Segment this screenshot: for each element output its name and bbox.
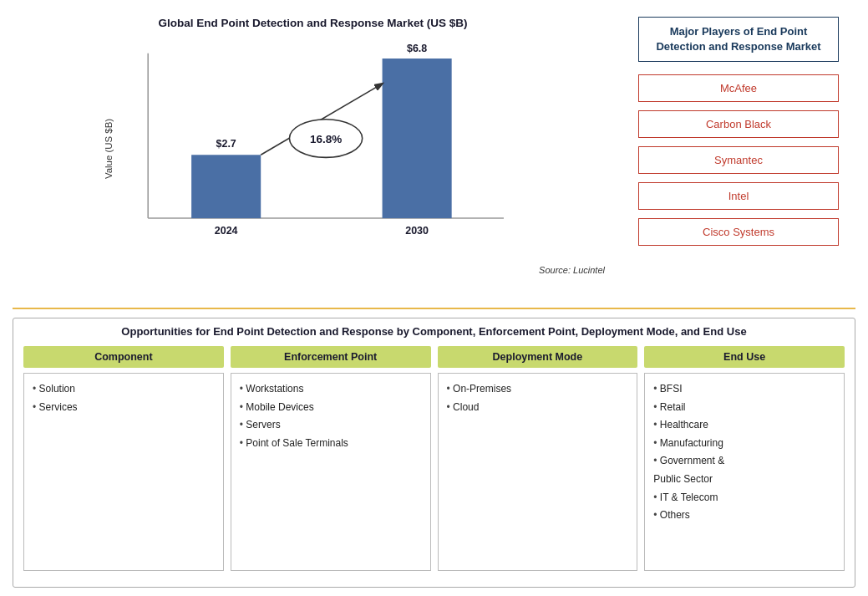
bar-2024: [191, 155, 261, 218]
bottom-section: Opportunities for End Point Detection an…: [13, 318, 855, 588]
component-col: Component Solution Services: [23, 346, 224, 571]
list-item: Cloud: [447, 399, 632, 417]
enduse-content: BFSI Retail Healthcare Manufacturing Gov…: [644, 373, 845, 571]
list-item: Others: [653, 507, 839, 525]
svg-text:2030: 2030: [405, 225, 429, 237]
svg-text:2024: 2024: [215, 225, 238, 237]
categories-row: Component Solution Services Enforcement …: [23, 346, 845, 571]
list-item: Manufacturing: [653, 435, 839, 453]
list-item: On-Premises: [447, 380, 632, 399]
top-section: Global End Point Detection and Response …: [13, 8, 855, 309]
list-item: Services: [33, 399, 218, 417]
svg-text:Value (US $B): Value (US $B): [104, 119, 114, 179]
list-item: BFSI: [653, 380, 839, 399]
bar-2030: [383, 59, 452, 218]
chart-title: Global End Point Detection and Response …: [21, 17, 605, 29]
player-cisco: Cisco Systems: [638, 218, 839, 246]
players-title: Major Players of End Point Detection and…: [638, 17, 839, 62]
player-mcafee: McAfee: [638, 74, 839, 102]
source-text: Source: Lucintel: [21, 265, 605, 275]
enforcement-content: Workstations Mobile Devices Servers Poin…: [231, 373, 431, 571]
player-symantec: Symantec: [638, 146, 839, 174]
enduse-header: End Use: [644, 346, 845, 368]
chart-wrapper: Value (US $B) $2.7 2024 $6.8 2030: [21, 36, 605, 262]
component-content: Solution Services: [23, 373, 224, 571]
opportunities-title: Opportunities for End Point Detection an…: [23, 325, 845, 338]
deployment-col: Deployment Mode On-Premises Cloud: [438, 346, 638, 571]
bar-chart: Value (US $B) $2.7 2024 $6.8 2030: [21, 36, 605, 262]
list-item: IT & Telecom: [653, 489, 839, 507]
list-item: Government &Public Sector: [653, 452, 839, 488]
svg-text:$2.7: $2.7: [216, 138, 236, 150]
enforcement-col: Enforcement Point Workstations Mobile De…: [231, 346, 431, 571]
list-item: Point of Sale Terminals: [240, 435, 425, 453]
enforcement-header: Enforcement Point: [231, 346, 431, 368]
deployment-header: Deployment Mode: [438, 346, 638, 368]
deployment-content: On-Premises Cloud: [438, 373, 638, 571]
enduse-col: End Use BFSI Retail Healthcare Manufactu…: [644, 346, 845, 571]
component-header: Component: [23, 346, 224, 368]
chart-area: Global End Point Detection and Response …: [13, 8, 622, 308]
list-item: Retail: [653, 399, 839, 417]
list-item: Servers: [240, 416, 425, 435]
player-carbon-black: Carbon Black: [638, 110, 839, 138]
main-container: Global End Point Detection and Response …: [0, 0, 868, 596]
player-intel: Intel: [638, 182, 839, 210]
list-item: Healthcare: [653, 416, 839, 435]
svg-text:16.8%: 16.8%: [310, 133, 342, 145]
list-item: Mobile Devices: [240, 399, 425, 417]
list-item: Solution: [33, 380, 218, 399]
svg-text:$6.8: $6.8: [407, 43, 427, 54]
list-item: Workstations: [240, 380, 425, 399]
players-area: Major Players of End Point Detection and…: [622, 8, 855, 308]
